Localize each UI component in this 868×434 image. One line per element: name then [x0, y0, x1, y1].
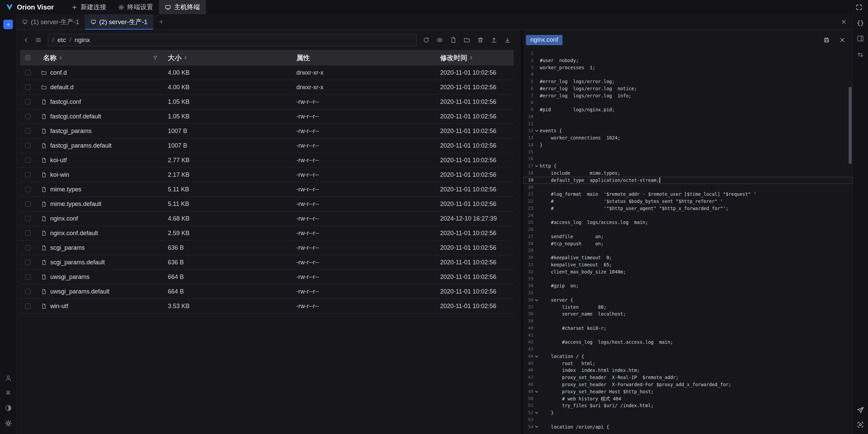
code-line[interactable]: 1: [523, 50, 852, 57]
code-line[interactable]: 21 #log_format main '$remote_addr - $rem…: [523, 191, 852, 198]
code-line[interactable]: 50 # web history 模式 404: [523, 395, 852, 402]
code-line[interactable]: 20: [523, 184, 852, 191]
command-icon[interactable]: ⌘: [6, 390, 11, 397]
download-button[interactable]: [501, 34, 514, 46]
table-row[interactable]: default.d4.00 KBdrwxr-xr-x2020-11-01 10:…: [20, 80, 514, 95]
row-checkbox[interactable]: [25, 172, 31, 177]
fold-chevron-icon[interactable]: [533, 298, 540, 302]
code-line[interactable]: 9#pid logs/nginx.pid;: [523, 106, 852, 113]
close-panel-icon[interactable]: [841, 19, 847, 25]
code-line[interactable]: 12events {: [523, 127, 852, 134]
theme-icon[interactable]: [4, 404, 12, 412]
file-name[interactable]: nginx.conf: [50, 215, 78, 222]
breadcrumb-segment[interactable]: nginx: [75, 36, 90, 44]
table-row[interactable]: mime.types.default5.11 KB-rw-r--r--2020-…: [20, 197, 514, 211]
terminal-tab-2[interactable]: (2) server-生产-1: [85, 14, 154, 30]
code-line[interactable]: 17http {: [523, 163, 852, 170]
table-row[interactable]: koi-win2.17 KB-rw-r--r--2020-11-01 10:02…: [20, 168, 514, 182]
code-line[interactable]: 47 proxy_set_header X-Real-IP $remote_ad…: [523, 374, 852, 381]
save-icon[interactable]: [823, 37, 830, 43]
code-editor[interactable]: 12#user nobody;3worker_processes 1;45#er…: [523, 50, 852, 434]
code-line[interactable]: 51 try_files $uri $uri/ /index.html;: [523, 402, 852, 409]
menu-item-new-connection[interactable]: 新建连接: [65, 0, 112, 14]
table-row[interactable]: fastcgi.conf.default1.05 KB-rw-r--r--202…: [20, 109, 514, 124]
code-line[interactable]: 42 #access_log logs/host.access.log main…: [523, 339, 852, 346]
new-folder-button[interactable]: [461, 34, 473, 46]
fold-chevron-icon[interactable]: [533, 425, 540, 429]
table-row[interactable]: scgi_params636 B-rw-r--r--2020-11-01 10:…: [20, 241, 514, 255]
code-line[interactable]: 19 default_type application/octet-stream…: [523, 177, 852, 184]
code-line[interactable]: 49 proxy_set_header Host $http_host;: [523, 388, 852, 395]
code-line[interactable]: 24: [523, 212, 852, 219]
row-checkbox[interactable]: [25, 187, 31, 192]
file-name[interactable]: uwsgi_params: [50, 273, 90, 281]
new-connection-button[interactable]: [3, 20, 13, 29]
row-checkbox[interactable]: [25, 70, 31, 75]
row-checkbox[interactable]: [25, 114, 31, 119]
file-name[interactable]: mime.types.default: [50, 201, 101, 208]
sort-icon[interactable]: [469, 55, 473, 61]
file-name[interactable]: conf.d: [50, 69, 67, 76]
code-line[interactable]: 25 #access_log logs/access.log main;: [523, 219, 852, 226]
code-line[interactable]: 46 index index.html index.htm;: [523, 367, 852, 374]
code-line[interactable]: 16: [523, 155, 852, 163]
code-line[interactable]: 13 worker_connections 1024;: [523, 134, 852, 141]
file-name[interactable]: fastcgi_params: [50, 128, 92, 135]
file-name[interactable]: default.d: [50, 84, 74, 91]
code-line[interactable]: 8: [523, 99, 852, 106]
file-name[interactable]: scgi_params.default: [50, 259, 105, 266]
file-name[interactable]: nginx.conf.default: [50, 230, 98, 237]
fold-chevron-icon[interactable]: [533, 355, 540, 358]
file-name[interactable]: uwsgi_params.default: [50, 288, 110, 295]
code-line[interactable]: 30 #keepalive_timeout 0;: [523, 254, 852, 261]
row-checkbox[interactable]: [25, 230, 31, 236]
code-line[interactable]: 41: [523, 332, 852, 339]
code-line[interactable]: 15: [523, 149, 852, 156]
file-name[interactable]: koi-win: [50, 171, 69, 178]
menu-item-terminal-settings[interactable]: 终端设置: [112, 0, 159, 14]
row-checkbox[interactable]: [25, 216, 31, 221]
breadcrumb[interactable]: /etc/nginx: [48, 34, 417, 46]
editor-file-tab[interactable]: nginx.conf: [526, 35, 563, 45]
braces-icon[interactable]: {}: [857, 20, 864, 26]
table-row[interactable]: fastcgi.conf1.05 KB-rw-r--r--2020-11-01 …: [20, 95, 514, 109]
new-file-button[interactable]: [447, 34, 459, 46]
file-name[interactable]: koi-utf: [50, 157, 67, 164]
code-line[interactable]: 5#error_log logs/error.log;: [523, 78, 852, 85]
code-line[interactable]: 35: [523, 289, 852, 297]
back-button[interactable]: [20, 34, 32, 46]
breadcrumb-segment[interactable]: etc: [57, 36, 66, 44]
code-line[interactable]: 6#error_log logs/error.log notice;: [523, 85, 852, 92]
file-name[interactable]: win-utf: [50, 303, 68, 310]
table-row[interactable]: koi-utf2.77 KB-rw-r--r--2020-11-01 10:02…: [20, 153, 514, 168]
send-icon[interactable]: [856, 406, 864, 414]
code-line[interactable]: 7#error_log logs/error.log info;: [523, 92, 852, 99]
pane-resize-handle[interactable]: [521, 30, 523, 434]
file-name[interactable]: fastcgi_params.default: [50, 142, 112, 149]
code-line[interactable]: 23 # '"$http_user_agent" "$http_x_forwar…: [523, 205, 852, 212]
code-line[interactable]: 52 }: [523, 409, 852, 416]
row-checkbox[interactable]: [25, 99, 31, 105]
terminal-tab-1[interactable]: (1) server-生产-1: [17, 14, 85, 30]
code-line[interactable]: 32 client_max_body_size 1048m;: [523, 268, 852, 276]
layout-panel-icon[interactable]: [856, 35, 864, 42]
code-line[interactable]: 33: [523, 276, 852, 283]
code-line[interactable]: 37 listen 80;: [523, 304, 852, 311]
settings-icon[interactable]: [4, 419, 12, 427]
close-icon[interactable]: [839, 37, 846, 43]
code-line[interactable]: 10: [523, 113, 852, 120]
code-line[interactable]: 39: [523, 318, 852, 325]
list-view-button[interactable]: [32, 34, 44, 46]
table-row[interactable]: fastcgi_params1007 B-rw-r--r--2020-11-01…: [20, 124, 514, 138]
fold-chevron-icon[interactable]: [533, 164, 540, 168]
code-line[interactable]: 11: [523, 120, 852, 128]
row-checkbox[interactable]: [25, 260, 31, 265]
editor-scrollbar-thumb[interactable]: [849, 87, 852, 164]
code-line[interactable]: 44 location / {: [523, 353, 852, 360]
screenshot-icon[interactable]: [856, 421, 864, 429]
table-row[interactable]: fastcgi_params.default1007 B-rw-r--r--20…: [20, 138, 514, 153]
row-checkbox[interactable]: [25, 289, 31, 294]
code-line[interactable]: 53: [523, 416, 852, 423]
code-line[interactable]: 28 #tcp_nopush on;: [523, 240, 852, 247]
table-row[interactable]: mime.types5.11 KB-rw-r--r--2020-11-01 10…: [20, 182, 514, 197]
